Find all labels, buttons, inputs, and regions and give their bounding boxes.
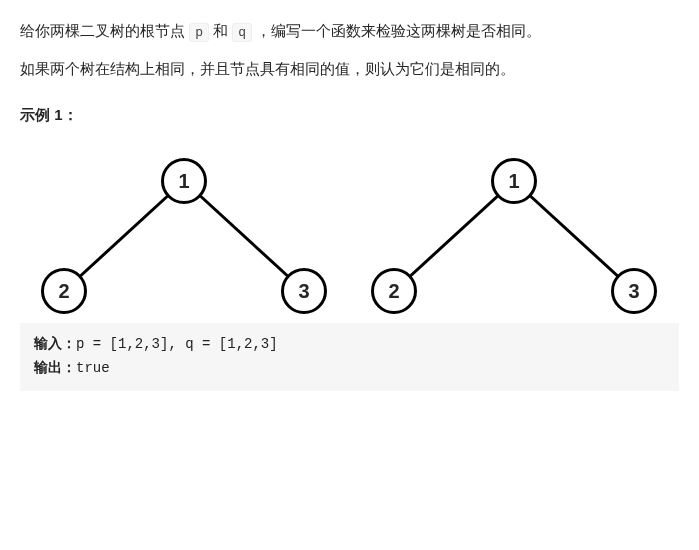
example-diagram: 1 2 3 1 2 3 <box>20 141 679 321</box>
example-io-block: 输入：p = [1,2,3], q = [1,2,3] 输出：true <box>20 323 679 391</box>
svg-line-0 <box>64 181 184 291</box>
svg-line-1 <box>184 181 304 291</box>
example-heading: 示例 1： <box>20 102 679 128</box>
inline-code-q: q <box>232 23 252 42</box>
text: ，编写一个函数来检验这两棵树是否相同。 <box>252 22 541 39</box>
input-label: 输入： <box>34 336 76 352</box>
tree-node-right: 3 <box>611 268 657 314</box>
output-value: true <box>76 360 110 376</box>
input-value: p = [1,2,3], q = [1,2,3] <box>76 336 278 352</box>
text: 给你两棵二叉树的根节点 <box>20 22 189 39</box>
output-line: 输出：true <box>34 357 665 381</box>
svg-line-2 <box>394 181 514 291</box>
tree-node-root: 1 <box>161 158 207 204</box>
output-label: 输出： <box>34 360 76 376</box>
tree-node-left: 2 <box>371 268 417 314</box>
problem-description: 给你两棵二叉树的根节点 p 和 q ，编写一个函数来检验这两棵树是否相同。 如果… <box>20 18 679 82</box>
input-line: 输入：p = [1,2,3], q = [1,2,3] <box>34 333 665 357</box>
text: 和 <box>209 22 232 39</box>
svg-line-3 <box>514 181 634 291</box>
tree-left: 1 2 3 <box>24 141 344 321</box>
tree-node-right: 3 <box>281 268 327 314</box>
tree-node-left: 2 <box>41 268 87 314</box>
inline-code-p: p <box>189 23 209 42</box>
tree-node-root: 1 <box>491 158 537 204</box>
description-paragraph-1: 给你两棵二叉树的根节点 p 和 q ，编写一个函数来检验这两棵树是否相同。 <box>20 18 679 44</box>
description-paragraph-2: 如果两个树在结构上相同，并且节点具有相同的值，则认为它们是相同的。 <box>20 56 679 82</box>
tree-right: 1 2 3 <box>354 141 674 321</box>
